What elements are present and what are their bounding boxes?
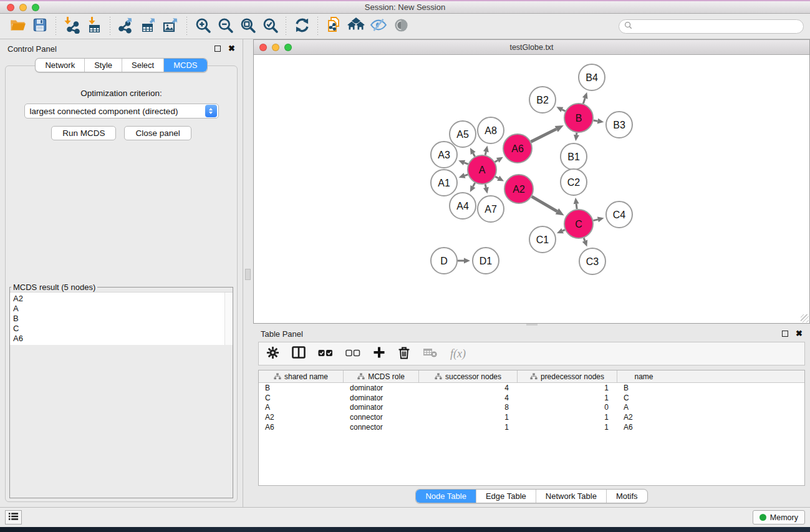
table-cell[interactable]: connector [344, 423, 419, 432]
window-resize-grip[interactable] [801, 314, 809, 322]
tab-node-table[interactable]: Node Table [416, 490, 476, 503]
tab-edge-table[interactable]: Edge Table [476, 490, 536, 503]
add-column-button[interactable] [373, 346, 385, 361]
tab-select[interactable]: Select [122, 59, 163, 72]
mcds-result-item[interactable]: A [13, 304, 221, 314]
network-canvas[interactable]: AA1A2A3A4A5A6A7A8BB1B2B3B4CC1C2C3C4DD1 [254, 55, 809, 323]
table-cell[interactable]: 1 [419, 423, 518, 432]
float-panel-icon[interactable] [215, 46, 221, 52]
table-cell[interactable]: C [617, 394, 670, 402]
duplicate-network-button[interactable] [324, 16, 344, 36]
function-builder-button[interactable]: f(x) [450, 347, 466, 360]
delete-table-button[interactable] [423, 347, 438, 360]
table-settings-button[interactable] [266, 346, 279, 362]
table-cell[interactable]: A6 [259, 423, 344, 432]
delete-column-button[interactable] [398, 346, 410, 362]
table-cell[interactable]: A [617, 403, 670, 412]
column-header-predecessor-nodes[interactable]: predecessor nodes [518, 370, 617, 382]
table-row[interactable]: A2connector11A2 [259, 412, 804, 422]
search-input[interactable] [635, 22, 798, 31]
tab-motifs[interactable]: Motifs [606, 490, 647, 503]
save-session-button[interactable] [30, 16, 50, 36]
zoom-fit-button[interactable] [238, 16, 258, 36]
table-cell[interactable]: 1 [419, 413, 518, 422]
float-panel-icon[interactable] [782, 331, 788, 337]
run-mcds-button[interactable]: Run MCDS [51, 126, 116, 140]
task-history-button[interactable] [5, 510, 22, 525]
export-network-button[interactable] [116, 16, 136, 36]
deselect-all-columns-button[interactable] [345, 348, 360, 359]
memory-button[interactable]: Memory [753, 510, 805, 525]
zoom-out-button[interactable] [215, 16, 235, 36]
column-chooser-button[interactable] [292, 346, 306, 361]
graph-edge-A-A6[interactable] [495, 160, 498, 162]
table-cell[interactable]: A6 [617, 423, 670, 432]
table-row[interactable]: Bdominator41B [259, 383, 804, 393]
splitter-grip[interactable] [245, 269, 251, 280]
graph-edge-A2-C[interactable] [532, 196, 557, 211]
splitter-grip[interactable] [526, 324, 538, 326]
graph-edge-C-C2[interactable] [576, 204, 577, 209]
graph-edge-A-A8[interactable] [485, 152, 486, 155]
table-cell[interactable]: dominator [344, 384, 419, 392]
table-row[interactable]: Cdominator41C [259, 393, 804, 403]
table-cell[interactable]: 1 [518, 384, 617, 392]
mcds-result-item[interactable]: A2 [13, 294, 221, 304]
table-cell[interactable]: C [259, 394, 344, 402]
mcds-result-item[interactable]: B [13, 314, 221, 324]
table-row[interactable]: A6connector11A6 [259, 422, 804, 432]
tab-network-table[interactable]: Network Table [536, 490, 606, 503]
table-cell[interactable]: 1 [518, 413, 617, 422]
graph-edge-B-B2[interactable] [562, 110, 565, 112]
graph-edge-C-C3[interactable] [584, 238, 585, 241]
table-cell[interactable]: 1 [518, 423, 617, 432]
graph-edge-A-A1[interactable] [465, 175, 468, 176]
column-header-shared-name[interactable]: shared name [259, 370, 344, 382]
show-details-button[interactable] [391, 16, 411, 36]
import-network-button[interactable] [62, 16, 82, 36]
table-cell[interactable]: 1 [518, 394, 617, 402]
graph-edge-C-C1[interactable] [562, 230, 565, 231]
tab-network[interactable]: Network [36, 59, 84, 72]
select-all-columns-button[interactable] [318, 348, 333, 359]
graph-edge-A6-B[interactable] [531, 129, 556, 142]
graph-edge-A-A3[interactable] [465, 163, 468, 164]
horizontal-splitter[interactable] [253, 324, 810, 326]
export-table-button[interactable] [138, 16, 158, 36]
open-file-button[interactable] [7, 16, 27, 36]
refresh-layout-button[interactable] [292, 16, 312, 36]
zoom-selected-button[interactable] [260, 16, 280, 36]
graph-edge-A-A2[interactable] [495, 177, 498, 178]
table-cell[interactable]: B [617, 384, 670, 392]
close-panel-icon[interactable]: ✖ [228, 46, 235, 52]
table-cell[interactable]: connector [344, 413, 419, 422]
column-header-name[interactable]: name [617, 370, 670, 382]
export-image-button[interactable] [161, 16, 181, 36]
graph-edge-A-A4[interactable] [473, 183, 475, 186]
table-cell[interactable]: 4 [419, 384, 518, 392]
import-table-button[interactable] [84, 16, 104, 36]
table-cell[interactable]: A [259, 403, 344, 412]
hide-details-button[interactable] [369, 16, 388, 36]
close-panel-icon[interactable]: ✖ [796, 331, 803, 337]
vertical-splitter[interactable] [243, 39, 253, 507]
tab-style[interactable]: Style [84, 59, 122, 72]
zoom-in-button[interactable] [193, 16, 213, 36]
table-cell[interactable]: B [259, 384, 344, 392]
table-cell[interactable]: A2 [259, 413, 344, 422]
mcds-result-item[interactable]: A6 [13, 334, 221, 344]
mcds-result-item[interactable]: C [13, 324, 221, 334]
table-cell[interactable]: dominator [344, 403, 419, 412]
table-cell[interactable]: 4 [419, 394, 518, 402]
column-header-successor-nodes[interactable]: successor nodes [419, 370, 518, 382]
graph-edge-B-B3[interactable] [594, 120, 598, 121]
table-cell[interactable]: A2 [617, 413, 670, 422]
table-cell[interactable]: dominator [344, 394, 419, 402]
optimization-criterion-dropdown[interactable]: largest connected component (directed) [24, 104, 219, 118]
table-cell[interactable]: 8 [419, 403, 518, 412]
graph-edge-C-C4[interactable] [593, 220, 598, 221]
table-cell[interactable]: 0 [518, 403, 617, 412]
table-row[interactable]: Adominator80A [259, 402, 804, 412]
graph-edge-B-B4[interactable] [583, 98, 585, 104]
close-panel-button[interactable]: Close panel [124, 126, 191, 140]
